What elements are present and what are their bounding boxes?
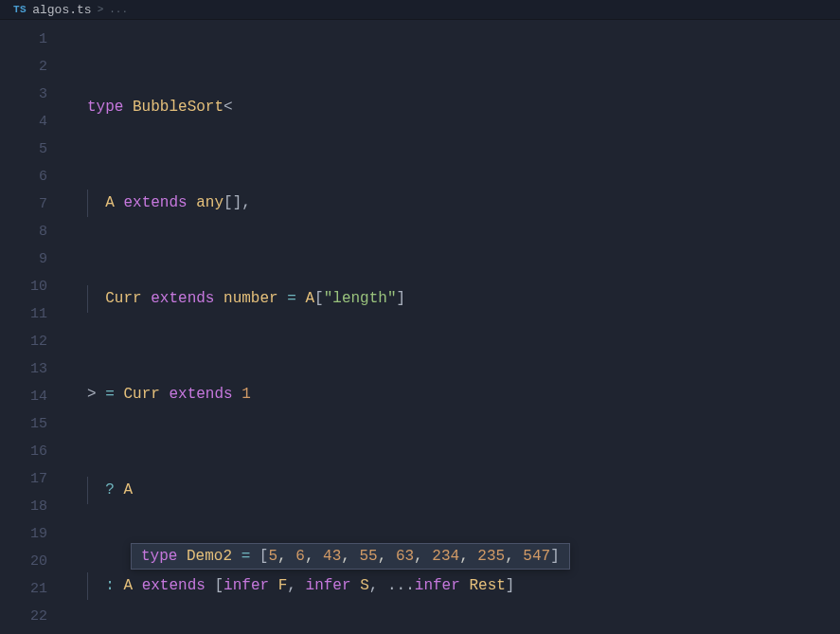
line-number: 1 bbox=[0, 26, 47, 53]
line-number: 21 bbox=[0, 575, 47, 603]
array-brackets: [] bbox=[223, 194, 241, 211]
line-number: 9 bbox=[0, 245, 47, 273]
line-number: 17 bbox=[0, 465, 47, 493]
bracket-open: [ bbox=[214, 577, 223, 594]
type-number: number bbox=[223, 290, 278, 307]
line-number: 15 bbox=[0, 410, 47, 438]
keyword-infer: infer bbox=[223, 577, 269, 594]
line-number: 22 bbox=[0, 603, 47, 630]
typescript-file-icon: TS bbox=[13, 4, 27, 15]
type-param: A bbox=[105, 194, 115, 211]
line-number: 7 bbox=[0, 190, 47, 218]
code-line[interactable]: > = Curr extends 1 bbox=[64, 381, 840, 408]
number-literal: 235 bbox=[477, 548, 505, 565]
code-line[interactable]: Curr extends number = A["length"] bbox=[64, 285, 840, 313]
type-any: any bbox=[196, 194, 223, 211]
keyword-extends: extends bbox=[169, 386, 232, 403]
code-area[interactable]: type BubbleSort< A extends any[], Curr e… bbox=[64, 20, 840, 634]
type-name: BubbleSort bbox=[133, 99, 223, 116]
type-param: Rest bbox=[469, 577, 505, 594]
code-line[interactable]: ? A bbox=[64, 477, 840, 504]
number-literal: 6 bbox=[295, 548, 305, 565]
keyword-infer: infer bbox=[306, 577, 351, 594]
breadcrumb-bar[interactable]: TS algos.ts > ... bbox=[0, 0, 840, 20]
type-param: S bbox=[360, 577, 369, 594]
type-param: F bbox=[278, 577, 288, 594]
bracket-close: ] bbox=[550, 548, 560, 565]
number-literal: 5 bbox=[268, 548, 277, 565]
comma: , bbox=[287, 577, 296, 594]
ternary-q: ? bbox=[105, 481, 115, 498]
keyword-type: type bbox=[141, 548, 177, 565]
number-literal: 547 bbox=[523, 548, 550, 565]
type-hover-tooltip: type Demo2 = [5, 6, 43, 55, 63, 234, 235… bbox=[131, 543, 570, 570]
number-literal: 43 bbox=[323, 548, 341, 565]
line-number: 16 bbox=[0, 438, 47, 465]
equals: = bbox=[241, 548, 251, 565]
keyword-extends: extends bbox=[151, 290, 214, 307]
angle-bracket-open: < bbox=[223, 99, 233, 116]
line-number: 20 bbox=[0, 548, 47, 575]
keyword-type: type bbox=[87, 99, 123, 116]
line-number: 2 bbox=[0, 53, 47, 81]
keyword-infer: infer bbox=[415, 577, 460, 594]
line-number: 11 bbox=[0, 300, 47, 328]
number-literal: 1 bbox=[241, 386, 251, 403]
line-number: 12 bbox=[0, 328, 47, 355]
code-editor[interactable]: 1 2 3 4 5 6 7 8 9 10 11 12 13 14 15 16 1… bbox=[0, 20, 840, 634]
line-number: 5 bbox=[0, 136, 47, 163]
keyword-extends: extends bbox=[142, 577, 206, 594]
line-number: 18 bbox=[0, 493, 47, 520]
line-number: 8 bbox=[0, 218, 47, 245]
ternary-colon: : bbox=[105, 577, 115, 594]
keyword-extends: extends bbox=[123, 194, 187, 211]
line-number: 14 bbox=[0, 383, 47, 410]
spread: ... bbox=[387, 577, 415, 594]
equals: = bbox=[287, 290, 296, 307]
type-ref: A bbox=[123, 577, 133, 594]
tab-filename[interactable]: algos.ts bbox=[32, 3, 91, 17]
bracket-open: [ bbox=[314, 290, 324, 307]
chevron-right-icon: > bbox=[98, 4, 104, 15]
number-literal: 55 bbox=[360, 548, 378, 565]
breadcrumb-more[interactable]: ... bbox=[109, 4, 128, 15]
type-ref: A bbox=[305, 290, 314, 307]
bracket-close: ] bbox=[506, 577, 515, 594]
code-line[interactable]: type BubbleSort< bbox=[64, 94, 840, 121]
angle-bracket-close: > bbox=[87, 386, 97, 403]
number-literal: 63 bbox=[396, 548, 414, 565]
line-number: 13 bbox=[0, 355, 47, 383]
code-line[interactable]: : A extends [infer F, infer S, ...infer … bbox=[64, 572, 840, 600]
comma: , bbox=[241, 194, 251, 211]
type-param: Curr bbox=[105, 290, 141, 307]
line-number: 4 bbox=[0, 108, 47, 136]
type-ref: Curr bbox=[123, 386, 159, 403]
equals: = bbox=[105, 386, 115, 403]
line-number: 19 bbox=[0, 520, 47, 548]
bracket-close: ] bbox=[397, 290, 406, 307]
number-literal: 234 bbox=[432, 548, 459, 565]
code-line[interactable]: A extends any[], bbox=[64, 190, 840, 217]
line-number-gutter: 1 2 3 4 5 6 7 8 9 10 11 12 13 14 15 16 1… bbox=[0, 20, 64, 634]
line-number: 3 bbox=[0, 81, 47, 108]
line-number: 10 bbox=[0, 273, 47, 300]
string-literal: "length" bbox=[324, 290, 397, 307]
type-ref: A bbox=[123, 481, 133, 498]
line-number: 6 bbox=[0, 163, 47, 190]
comma: , bbox=[369, 577, 379, 594]
type-name: Demo2 bbox=[187, 548, 232, 565]
